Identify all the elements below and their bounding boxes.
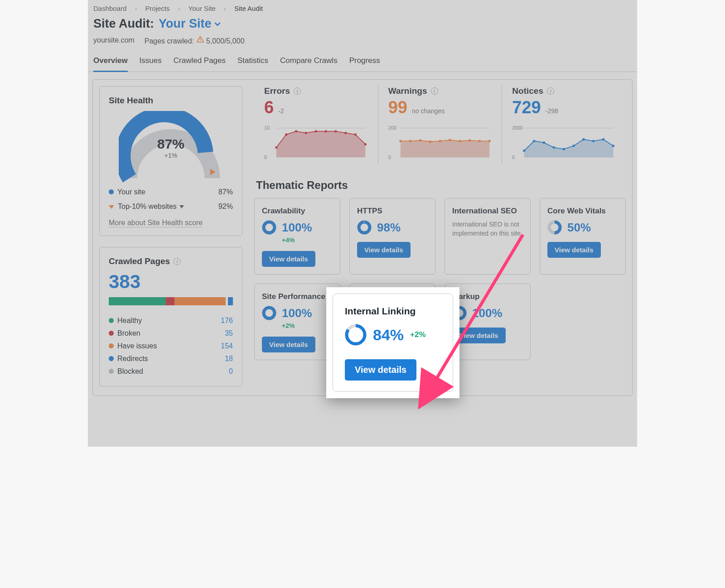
breadcrumb-sep: › bbox=[135, 5, 137, 12]
top10-selector[interactable]: Top-10% websites 92% bbox=[109, 202, 233, 211]
progress-ring-icon bbox=[547, 220, 562, 235]
metric-title: Warningsi bbox=[388, 86, 492, 96]
legend-dot-icon bbox=[109, 331, 114, 336]
svg-point-25 bbox=[419, 139, 421, 141]
metric-value: 6 bbox=[264, 98, 274, 117]
svg-point-24 bbox=[409, 140, 411, 142]
svg-text:0: 0 bbox=[388, 154, 391, 160]
chevron-down-icon bbox=[214, 21, 221, 27]
report-title: Markup bbox=[452, 292, 523, 301]
tab-statistics[interactable]: Statistics bbox=[237, 52, 268, 72]
svg-marker-22 bbox=[400, 140, 489, 157]
site-health-card: Site Health 87% +1% bbox=[99, 86, 242, 236]
crawled-pages-row[interactable]: Broken35 bbox=[109, 327, 233, 340]
highlight-percent: 84% bbox=[373, 326, 404, 344]
svg-text:10: 10 bbox=[264, 125, 270, 130]
report-note: International SEO is not implemented on … bbox=[452, 220, 523, 238]
svg-point-10 bbox=[295, 130, 297, 132]
metric-notices[interactable]: Noticesi729-29820000 bbox=[502, 86, 626, 164]
tab-compare-crawls[interactable]: Compare Crawls bbox=[280, 52, 338, 72]
legend-label: Top-10% websites bbox=[118, 202, 177, 210]
breadcrumb: Dashboard› Projects› Your Site› Site Aud… bbox=[88, 0, 637, 15]
svg-point-39 bbox=[533, 140, 535, 142]
info-icon[interactable]: i bbox=[294, 87, 301, 95]
report-card: Crawlability100%+4%View details bbox=[254, 198, 340, 275]
crawled-pages-row[interactable]: Healthy176 bbox=[109, 314, 233, 327]
svg-point-12 bbox=[314, 130, 317, 132]
metric-sub: -2 bbox=[278, 107, 284, 115]
info-icon[interactable]: i bbox=[547, 87, 554, 95]
view-details-button[interactable]: View details bbox=[357, 242, 411, 258]
svg-point-38 bbox=[523, 149, 525, 152]
row-label: Blocked bbox=[117, 367, 143, 375]
svg-point-16 bbox=[354, 133, 357, 135]
view-details-button[interactable]: View details bbox=[262, 251, 315, 267]
svg-marker-7 bbox=[276, 131, 366, 157]
metric-sub: -298 bbox=[546, 107, 558, 115]
svg-point-8 bbox=[275, 146, 277, 149]
page-title: Site Audit: bbox=[93, 17, 154, 31]
row-label: Healthy bbox=[117, 317, 142, 324]
svg-point-49 bbox=[264, 222, 275, 233]
svg-point-45 bbox=[592, 140, 594, 142]
report-title: Crawlability bbox=[262, 207, 333, 216]
breadcrumb-item: Site Audit bbox=[234, 5, 263, 12]
svg-point-29 bbox=[459, 140, 461, 142]
breadcrumb-item[interactable]: Dashboard bbox=[93, 5, 126, 12]
progress-ring-icon bbox=[345, 324, 367, 346]
view-details-button[interactable]: View details bbox=[262, 337, 315, 352]
svg-point-40 bbox=[543, 141, 545, 144]
crawled-pages-row[interactable]: Have issues154 bbox=[109, 340, 233, 352]
breadcrumb-item[interactable]: Projects bbox=[145, 5, 169, 12]
crawled-pages-row[interactable]: Redirects18 bbox=[109, 352, 233, 365]
legend-dot-icon bbox=[109, 356, 114, 361]
legend-value: 92% bbox=[218, 202, 233, 211]
view-details-button[interactable]: View details bbox=[452, 328, 506, 343]
tabs: OverviewIssuesCrawled PagesStatisticsCom… bbox=[88, 52, 637, 72]
warning-icon bbox=[196, 35, 204, 43]
legend-label: Your site bbox=[117, 188, 145, 196]
info-icon[interactable]: i bbox=[174, 258, 181, 265]
tab-crawled-pages[interactable]: Crawled Pages bbox=[174, 52, 226, 72]
svg-text:200: 200 bbox=[388, 125, 396, 130]
sparkline: 2000 bbox=[388, 122, 492, 164]
legend-value: 87% bbox=[218, 188, 233, 196]
sparkline: 20000 bbox=[512, 122, 616, 164]
site-selector[interactable]: Your Site bbox=[159, 17, 221, 31]
site-health-title: Site Health bbox=[109, 96, 233, 106]
svg-point-51 bbox=[359, 222, 370, 233]
tab-progress[interactable]: Progress bbox=[349, 52, 380, 72]
svg-text:0: 0 bbox=[512, 154, 515, 160]
report-delta: +4% bbox=[282, 236, 333, 244]
tab-overview[interactable]: Overview bbox=[93, 52, 128, 72]
site-health-more-link[interactable]: More about Site Health score bbox=[109, 219, 203, 227]
report-card: Core Web Vitals50%View details bbox=[540, 198, 626, 275]
svg-point-42 bbox=[563, 148, 565, 150]
crawled-pages-row[interactable]: Blocked0 bbox=[109, 365, 233, 378]
svg-point-28 bbox=[449, 139, 451, 141]
svg-point-43 bbox=[573, 145, 575, 147]
progress-ring-icon bbox=[262, 220, 276, 235]
svg-point-46 bbox=[602, 138, 604, 140]
breadcrumb-sep: › bbox=[178, 5, 180, 12]
highlight-callout: Internal Linking 84% +2% View details bbox=[326, 287, 459, 398]
progress-ring-icon bbox=[357, 220, 372, 235]
triangle-down-icon bbox=[109, 205, 114, 209]
row-value: 154 bbox=[221, 342, 233, 350]
view-details-button[interactable]: View details bbox=[345, 359, 416, 381]
info-icon[interactable]: i bbox=[431, 87, 438, 95]
report-percent: 100% bbox=[472, 306, 503, 320]
svg-point-30 bbox=[469, 139, 471, 141]
view-details-button[interactable]: View details bbox=[547, 242, 601, 258]
breadcrumb-item[interactable]: Your Site bbox=[188, 5, 216, 12]
crawled-pages-total: 383 bbox=[109, 271, 233, 293]
crawled-pages-bar bbox=[109, 297, 233, 305]
crawled-pages-title: Crawled Pagesi bbox=[109, 256, 233, 266]
metric-warnings[interactable]: Warningsi99no changes2000 bbox=[378, 86, 502, 164]
metric-errors[interactable]: Errorsi6-2100 bbox=[254, 86, 378, 164]
svg-rect-0 bbox=[200, 39, 201, 40]
crawled-pages-card: Crawled Pagesi 383 Healthy176Broken35Hav… bbox=[99, 247, 242, 386]
tab-issues[interactable]: Issues bbox=[140, 52, 162, 72]
report-title: HTTPS bbox=[357, 207, 428, 216]
svg-point-44 bbox=[582, 138, 585, 140]
